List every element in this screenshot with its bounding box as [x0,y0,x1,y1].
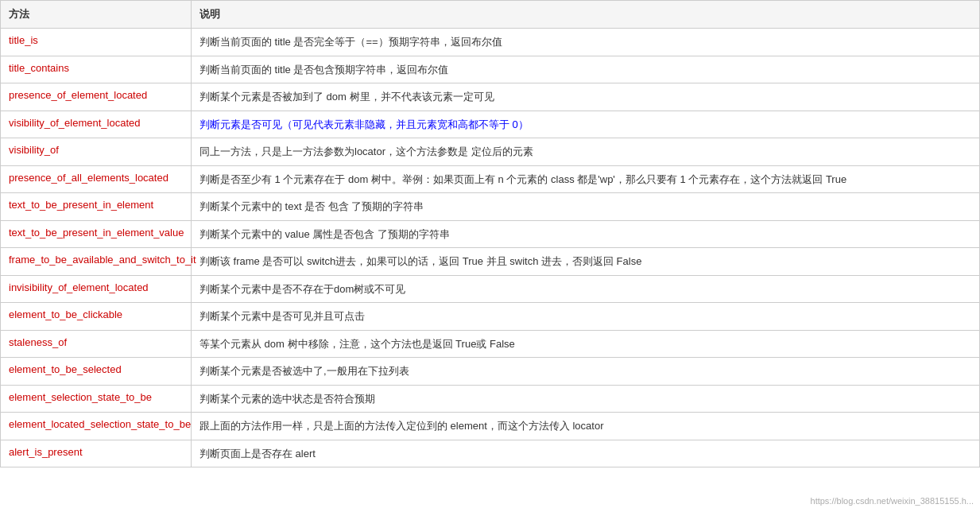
header-desc: 说明 [192,1,980,29]
table-row-method: visibility_of [1,138,192,166]
table-row-desc: 等某个元素从 dom 树中移除，注意，这个方法也是返回 True或 False [192,330,980,358]
table-row-desc: 判断是否至少有 1 个元素存在于 dom 树中。举例：如果页面上有 n 个元素的… [192,165,980,193]
table-row-desc: 判断元素是否可见（可见代表元素非隐藏，并且元素宽和高都不等于 0） [192,111,980,138]
table-row-desc: 判断页面上是否存在 alert [192,440,980,467]
table-row-desc: 跟上面的方法作用一样，只是上面的方法传入定位到的 element，而这个方法传入… [192,413,980,440]
table-row-desc: 判断某个元素中是否不存在于dom树或不可见 [192,275,980,303]
table-row-desc: 判断某个元素中的 text 是否 包含 了预期的字符串 [192,193,980,221]
table-row-method: element_located_selection_state_to_be [1,413,192,440]
table-row-method: element_selection_state_to_be [1,385,192,413]
table-row-desc: 判断某个元素中是否可见并且可点击 [192,303,980,331]
table-row-method: title_is [1,29,192,56]
table-row-desc: 判断某个元素的选中状态是否符合预期 [192,385,980,413]
table-row-desc: 判断某个元素是否被选中了,一般用在下拉列表 [192,358,980,386]
table-row-method: visibility_of_element_located [1,111,192,138]
table-row-desc: 判断某个元素是否被加到了 dom 树里，并不代表该元素一定可见 [192,83,980,111]
table-row-desc: 判断某个元素中的 value 属性是否包含 了预期的字符串 [192,220,980,248]
table-row-method: frame_to_be_available_and_switch_to_it [1,248,192,276]
header-method: 方法 [1,1,192,29]
table-row-method: staleness_of [1,330,192,358]
table-row-method: title_contains [1,56,192,83]
table-row-method: element_to_be_selected [1,358,192,386]
table-row-method: element_to_be_clickable [1,303,192,331]
table-row-desc: 判断当前页面的 title 是否完全等于（==）预期字符串，返回布尔值 [192,29,980,56]
table-row-desc: 判断该 frame 是否可以 switch进去，如果可以的话，返回 True 并… [192,248,980,276]
table-row-method: alert_is_present [1,440,192,467]
table-row-desc: 同上一方法，只是上一方法参数为locator，这个方法参数是 定位后的元素 [192,138,980,166]
table-row-desc: 判断当前页面的 title 是否包含预期字符串，返回布尔值 [192,56,980,83]
table-row-method: presence_of_all_elements_located [1,165,192,193]
table-row-method: invisibility_of_element_located [1,275,192,303]
table-row-method: text_to_be_present_in_element [1,193,192,221]
table-row-method: presence_of_element_located [1,83,192,111]
table-row-method: text_to_be_present_in_element_value [1,220,192,248]
